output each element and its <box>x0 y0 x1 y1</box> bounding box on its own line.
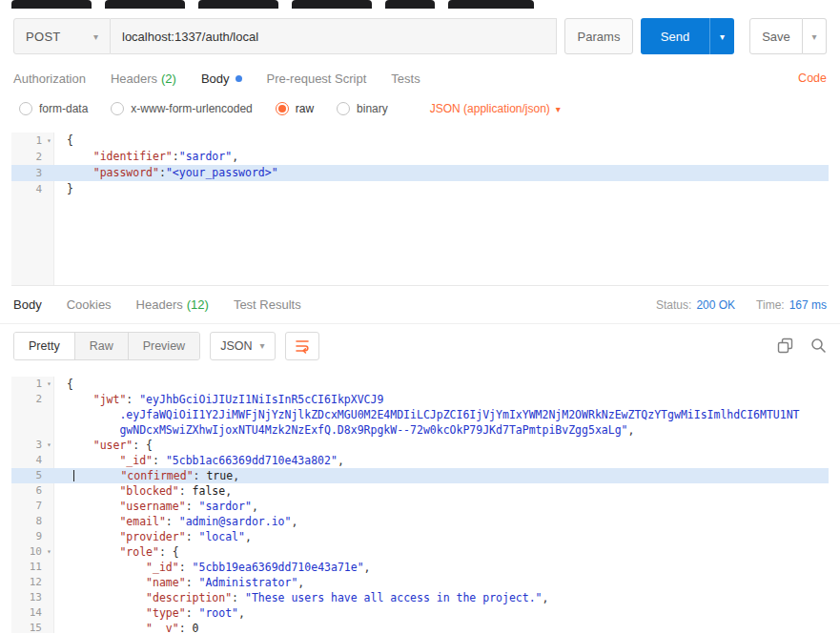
view-mode-pretty[interactable]: Pretty <box>14 333 74 359</box>
code-text: { <box>67 133 829 149</box>
editor-line: 12 "name": "Administrator", <box>11 575 829 590</box>
wrap-lines-button[interactable] <box>285 332 319 360</box>
editor-line: gwNDcxMSwiZXhwIjoxNTU4Mzk2NzExfQ.D8x9Rpg… <box>11 422 829 438</box>
request-tabs: Authorization Headers (2) Body Pre-reque… <box>0 64 840 92</box>
fold-toggle-icon[interactable]: ▾ <box>42 544 67 560</box>
code-text: "provider": "local", <box>67 529 829 544</box>
line-number: 1 <box>11 377 42 392</box>
editor-line: 4 "_id": "5cbb1ac66369dd710e43a802", <box>11 453 829 468</box>
response-toolbar: Pretty Raw Preview JSON ▾ <box>0 324 840 367</box>
code-text: "confirmed": true, <box>67 468 829 483</box>
app-tab[interactable] <box>11 0 92 9</box>
response-tab-body[interactable]: Body <box>13 297 42 312</box>
fold-spacer <box>42 605 67 621</box>
editor-line: 2 "jwt": "eyJhbGciOiJIUzI1NiIsInR5cCI6Ik… <box>11 392 829 407</box>
save-options-button[interactable]: ▾ <box>803 18 827 54</box>
editor-line: 1▾{ <box>11 377 829 392</box>
code-text: "blocked": false, <box>67 483 829 499</box>
radio-x-www-form-urlencoded[interactable]: x-www-form-urlencoded <box>111 102 252 115</box>
line-number: 8 <box>11 514 42 529</box>
body-type-bar: form-data x-www-form-urlencoded raw bina… <box>0 92 840 125</box>
response-tab-cookies[interactable]: Cookies <box>67 297 112 312</box>
line-number: 7 <box>11 499 42 514</box>
code-text: "_id": "5cbb1ac66369dd710e43a802", <box>67 453 829 468</box>
code-text: { <box>67 377 829 392</box>
fold-spacer <box>42 149 67 165</box>
tab-pre-request-script[interactable]: Pre-request Script <box>267 72 367 86</box>
response-body-editor[interactable]: 1▾{2 "jwt": "eyJhbGciOiJIUzI1NiIsInR5cCI… <box>11 377 829 633</box>
editor-line: 2 "identifier":"sardor", <box>11 149 829 165</box>
editor-line: 5 "confirmed": true, <box>11 468 829 483</box>
fold-spacer <box>42 407 67 422</box>
send-button[interactable]: Send <box>641 18 709 54</box>
editor-line: 8 "email": "admin@sardor.io", <box>11 514 829 529</box>
line-number: 4 <box>11 181 42 197</box>
response-tab-test-results[interactable]: Test Results <box>234 297 301 312</box>
status-value: 200 OK <box>696 298 735 312</box>
fold-spacer <box>42 529 67 544</box>
chevron-down-icon: ▾ <box>811 31 816 42</box>
editor-line: 7 "username": "sardor", <box>11 499 829 514</box>
tab-label: Authorization <box>13 72 86 86</box>
fold-spacer <box>42 560 67 575</box>
line-number: 12 <box>11 575 42 590</box>
radio-binary[interactable]: binary <box>337 102 388 115</box>
app-tab[interactable] <box>385 0 435 9</box>
line-number: 9 <box>11 529 42 544</box>
fold-spacer <box>42 165 67 181</box>
method-label: POST <box>26 30 61 44</box>
line-number <box>11 407 42 422</box>
editor-line: 3 "password":"<your_password>" <box>11 165 829 181</box>
tab-headers[interactable]: Headers (2) <box>111 72 176 86</box>
radio-label: binary <box>357 102 388 115</box>
tab-label: Pre-request Script <box>267 72 367 86</box>
fold-toggle-icon[interactable]: ▾ <box>42 377 67 392</box>
code-text: .eyJfaWQiOiI1Y2JiMWFjNjYzNjlkZDcxMGU0M2E… <box>67 407 829 422</box>
send-options-button[interactable]: ▾ <box>709 18 734 54</box>
line-number: 3 <box>11 438 42 453</box>
status-group: Status: 200 OK <box>656 298 735 312</box>
copy-button[interactable] <box>777 337 793 354</box>
app-tab[interactable] <box>198 0 278 9</box>
line-number: 1 <box>11 133 42 149</box>
language-label: JSON <box>220 339 252 353</box>
radio-label: form-data <box>39 102 88 115</box>
tab-tests[interactable]: Tests <box>391 72 420 86</box>
fold-spacer <box>42 392 67 407</box>
app-tab[interactable] <box>292 0 372 9</box>
app-tab[interactable] <box>105 0 185 9</box>
url-input[interactable] <box>111 18 557 54</box>
response-language-select[interactable]: JSON ▾ <box>210 332 275 360</box>
view-mode-preview[interactable]: Preview <box>128 333 199 359</box>
response-section-header: Body Cookies Headers (12) Test Results S… <box>0 286 840 324</box>
request-body-editor[interactable]: 1▾{2 "identifier":"sardor",3 "password":… <box>11 133 829 286</box>
radio-label: raw <box>296 102 314 115</box>
radio-form-data[interactable]: form-data <box>19 102 88 115</box>
method-select[interactable]: POST ▾ <box>13 18 111 54</box>
fold-toggle-icon[interactable]: ▾ <box>42 438 67 453</box>
params-button[interactable]: Params <box>564 18 633 54</box>
app-tab[interactable] <box>448 0 534 9</box>
editor-line: 1▾{ <box>11 133 829 149</box>
view-mode-raw[interactable]: Raw <box>74 333 128 359</box>
tab-body[interactable]: Body <box>201 72 242 86</box>
tab-label: Body <box>13 297 42 312</box>
view-mode-group: Pretty Raw Preview <box>13 332 200 360</box>
tab-authorization[interactable]: Authorization <box>13 72 86 86</box>
code-text: "description": "These users have all acc… <box>67 590 829 605</box>
radio-icon <box>111 102 124 115</box>
radio-icon <box>19 102 32 115</box>
code-link[interactable]: Code <box>798 72 827 85</box>
headers-count-badge: (12) <box>187 297 209 312</box>
fold-toggle-icon[interactable]: ▾ <box>42 133 67 149</box>
response-tab-headers[interactable]: Headers (12) <box>136 297 209 312</box>
code-text: "jwt": "eyJhbGciOiJIUzI1NiIsInR5cCI6IkpX… <box>67 392 829 407</box>
save-button[interactable]: Save <box>749 18 803 54</box>
line-number: 14 <box>11 605 42 621</box>
search-button[interactable] <box>810 337 827 354</box>
line-number: 3 <box>11 165 42 181</box>
body-content-dot-icon <box>236 75 242 82</box>
content-type-select[interactable]: JSON (application/json) ▾ <box>430 102 561 115</box>
radio-raw[interactable]: raw <box>276 102 314 115</box>
send-button-group: Send ▾ <box>641 18 734 54</box>
